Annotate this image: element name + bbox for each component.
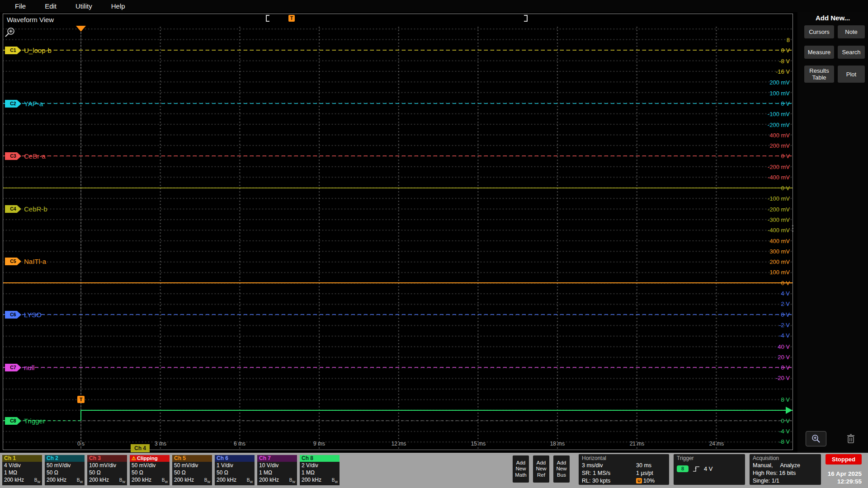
panel-splitter-grip[interactable]	[792, 225, 793, 232]
channel-bandwidth: 200 kHzBW	[257, 476, 297, 483]
waveform-plot[interactable]: C1 C2 C3 C4 C5 C6 C7 C8 U_loop-b YAP-a C…	[3, 26, 793, 450]
channel-bandwidth: 200 kHzBW	[215, 476, 255, 483]
add-bus-button[interactable]: AddNewBus	[553, 455, 570, 483]
bandwidth-limit-icon: BW	[247, 477, 253, 485]
waveform-traces	[3, 26, 793, 450]
add-math-button[interactable]: AddNewMath	[513, 455, 529, 483]
ch4-scale-label: -300 mV	[768, 216, 790, 223]
waveform-view-panel: Waveform View C1 C2 C3 C4	[3, 14, 793, 450]
trigger-position-triangle-icon[interactable]	[76, 26, 86, 32]
trigger-level-marker[interactable]: T	[77, 396, 85, 403]
channel-badge-header: Ch 1	[2, 455, 42, 462]
channel-scale: 50 mV/div	[45, 462, 85, 469]
time-label: 0 s	[77, 441, 85, 447]
right-sidebar: Add New... Cursors Note Measure Search R…	[797, 12, 868, 453]
ch2-scale-label: 100 mV	[769, 90, 790, 97]
horizontal-span: 30 ms	[636, 462, 651, 469]
ch6-scale-label: 2 V	[781, 300, 790, 307]
channel-bandwidth: 200 kHzBW	[172, 476, 212, 483]
bandwidth-limit-icon: BW	[332, 477, 338, 485]
trash-button[interactable]	[842, 432, 860, 446]
ch4-floating-tag[interactable]: Ch 4	[131, 444, 150, 452]
ch5-scale-label: 400 mV	[769, 238, 790, 244]
note-button[interactable]: Note	[838, 25, 865, 38]
zoom-plus-icon	[811, 433, 821, 444]
acquisition-analyze: Analyze	[780, 462, 800, 469]
overview-trigger-flag[interactable]: T	[288, 15, 295, 22]
ch5-scale-label: 300 mV	[769, 248, 790, 255]
channel-impedance: 50 Ω	[215, 469, 255, 476]
channel-impedance: 1 MΩ	[300, 469, 340, 476]
ch8-level-arrow-icon	[786, 407, 793, 414]
zoom-mode-button[interactable]	[806, 431, 826, 446]
ch8-step-trace	[81, 410, 793, 421]
ch7-label[interactable]: null	[24, 364, 34, 371]
menu-edit[interactable]: Edit	[35, 2, 66, 10]
search-button[interactable]: Search	[838, 46, 865, 59]
channel-badge-ch1[interactable]: Ch 1 4 V/div 1 MΩ 200 kHzBW	[2, 455, 42, 485]
overview-right-bracket-icon	[524, 15, 528, 22]
channel-bandwidth: 200 kHzBW	[2, 476, 42, 483]
clipping-warning: ⚠Clipping	[130, 455, 170, 462]
channel-badge-ch2[interactable]: Ch 2 50 mV/div 50 Ω 200 kHzBW	[45, 455, 85, 485]
acquisition-title: Acquisition	[753, 455, 818, 462]
cursors-button[interactable]: Cursors	[804, 25, 834, 38]
channel-badge-ch6[interactable]: Ch 6 1 V/div 50 Ω 200 kHzBW	[215, 455, 255, 485]
channel-bandwidth: 200 kHzBW	[300, 476, 340, 483]
channel-badge-ch5[interactable]: Ch 5 50 mV/div 50 Ω 200 kHzBW	[172, 455, 212, 485]
horizontal-overview-bar[interactable]: T	[266, 15, 528, 22]
menu-utility[interactable]: Utility	[66, 2, 102, 10]
measure-button[interactable]: Measure	[804, 46, 834, 59]
ch2-label[interactable]: YAP-a	[24, 100, 43, 108]
ch1-label[interactable]: U_loop-b	[24, 47, 52, 54]
bandwidth-limit-icon: BW	[34, 477, 40, 485]
channel-badge-ch8[interactable]: Ch 8 2 V/div 1 MΩ 200 kHzBW	[300, 455, 340, 485]
ch4-label[interactable]: CebR-b	[24, 205, 47, 213]
time-label: 24 ms	[709, 441, 724, 447]
channel-impedance: 50 Ω	[87, 469, 127, 476]
ch7-scale-label: 20 V	[778, 354, 790, 361]
trigger-panel[interactable]: Trigger 8 4 V	[674, 454, 745, 485]
bandwidth-limit-icon: BW	[119, 477, 125, 485]
horizontal-panel[interactable]: Horizontal 3 ms/div30 ms SR: 1 MS/s1 µs/…	[579, 454, 669, 485]
time-label: 18 ms	[550, 441, 565, 447]
ch2-scale-label: -200 mV	[768, 122, 790, 128]
ch8-label[interactable]: Trigger	[24, 417, 45, 425]
ch3-label[interactable]: CeBr-a	[24, 152, 46, 160]
time-label: 3 ms	[155, 441, 166, 447]
ch5-scale-label: 200 mV	[769, 258, 790, 265]
results-table-button[interactable]: Results Table	[804, 66, 834, 83]
acquisition-panel[interactable]: Acquisition Manual, Analyze High Res: 16…	[750, 454, 821, 485]
date-text: 16 Apr 2025	[828, 470, 862, 478]
add-ref-button[interactable]: AddNewRef	[533, 455, 549, 483]
ch4-scale-label: -100 mV	[768, 195, 790, 202]
menu-file[interactable]: File	[5, 2, 35, 10]
channel-scale: 1 V/div	[215, 462, 255, 469]
ch8-scale-label: 8 V	[781, 396, 790, 403]
ch6-label[interactable]: LYSO	[24, 311, 42, 319]
channel-badge-ch4[interactable]: ⚠Clipping 50 mV/div 50 Ω 200 kHzBW	[130, 455, 170, 485]
zoom-glass-icon[interactable]	[3, 26, 17, 39]
overview-left-bracket-icon	[266, 15, 269, 22]
channel-badge-ch3[interactable]: Ch 3 100 mV/div 50 Ω 200 kHzBW	[87, 455, 127, 485]
datetime-display: 16 Apr 2025 12:29:55	[828, 470, 862, 485]
ch6-scale-label: -2 V	[779, 322, 790, 328]
ch5-scale-label: 100 mV	[769, 269, 790, 276]
channel-badge-header: Ch 8	[300, 455, 340, 462]
ch3-scale-label: 0 V	[781, 153, 790, 160]
ch8-scale-label: -8 V	[779, 438, 790, 445]
ch2-scale-label: 200 mV	[769, 79, 790, 86]
time-text: 12:29:55	[828, 478, 862, 485]
channel-badge-ch7[interactable]: Ch 7 10 V/div 1 MΩ 200 kHzBW	[257, 455, 297, 485]
channel-bandwidth: 200 kHzBW	[130, 476, 170, 483]
menu-help[interactable]: Help	[102, 2, 135, 10]
ch6-scale-label: 0 V	[781, 311, 790, 318]
horizontal-position-icon: U	[636, 478, 642, 483]
ch1-scale-label: 0 V	[781, 47, 790, 54]
sample-resolution: 1 µs/pt	[636, 469, 653, 477]
time-label: 12 ms	[392, 441, 406, 447]
plot-button[interactable]: Plot	[838, 66, 865, 83]
channel-badge-header: Ch 2	[45, 455, 85, 462]
horizontal-position: U10%	[636, 477, 655, 485]
ch5-label[interactable]: NaITl-a	[24, 258, 46, 265]
